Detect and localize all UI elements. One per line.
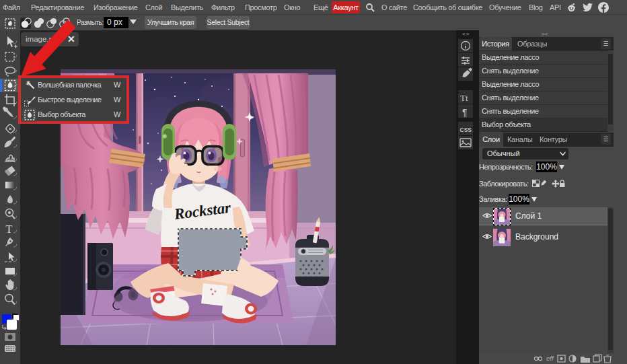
svg-text:T: T	[6, 223, 13, 235]
svg-text:CSS: CSS	[460, 126, 472, 133]
svg-text:Tt: Tt	[460, 93, 468, 103]
svg-text:eff: eff	[546, 355, 554, 362]
svg-text:¶: ¶	[462, 107, 468, 118]
